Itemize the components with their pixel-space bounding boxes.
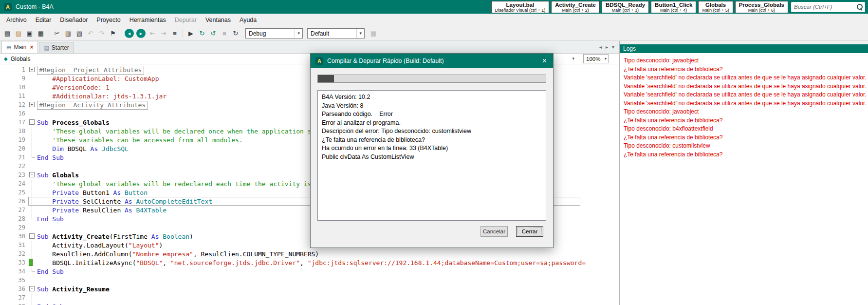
fold-collapse-icon[interactable]: -	[29, 119, 35, 125]
code-line[interactable]: 33 BDSQL.InitializeAsync("BDSQL", "net.s…	[0, 258, 619, 267]
module-filter-icon[interactable]: ▦	[368, 28, 379, 39]
compile-output-line: Error al analizar el programa.	[322, 119, 542, 128]
code-line[interactable]: 32 ResulClien.AddColumn("Nombre empresa"…	[0, 249, 619, 258]
search-icon[interactable]	[857, 4, 863, 10]
log-entry: Variable 'searchfield' no declarada se u…	[624, 99, 867, 108]
tab-starter[interactable]: ▤Starter	[39, 42, 74, 53]
line-number: 28	[0, 215, 28, 222]
fold-guide-line	[32, 188, 32, 197]
save-icon[interactable]: ▣	[24, 28, 35, 39]
tab-list-dropdown-icon[interactable]: ▾	[612, 44, 614, 50]
fold-guide-line	[32, 302, 32, 305]
close-tab-icon[interactable]: ×	[30, 44, 33, 51]
cut-icon[interactable]: ✂	[52, 28, 62, 39]
fold-margin: +	[28, 100, 37, 109]
quick-button-process-globals[interactable]: Process_GlobalsMain (ctrl + 6)	[735, 1, 788, 13]
stop-icon[interactable]: ■	[219, 28, 230, 39]
chevron-down-icon[interactable]: ▾	[605, 57, 608, 61]
line-number: 1	[0, 66, 28, 73]
line-number: 10	[0, 84, 28, 91]
indent-icon[interactable]: ⇥	[158, 28, 169, 39]
debug-mode-select[interactable]: Debug ▾	[245, 28, 303, 38]
fold-expand-icon[interactable]: +	[29, 102, 35, 107]
code-text: 'These variables can be accessed from al…	[37, 136, 243, 144]
scroll-tabs-left-icon[interactable]: ◂	[599, 44, 602, 50]
fold-guide-line	[32, 241, 32, 249]
menu-proyecto[interactable]: Proyecto	[92, 15, 125, 25]
fold-margin	[28, 276, 37, 285]
zoom-select[interactable]: 100% ▾	[583, 54, 609, 63]
quick-button-layout-bal[interactable]: Layout.balDiseñador Visual (ctrl + 1)	[491, 1, 550, 13]
menu-herramientas[interactable]: Herramientas	[125, 15, 170, 25]
copy-icon[interactable]: ▥	[63, 28, 74, 39]
line-number: 25	[0, 189, 28, 196]
redo-icon[interactable]: ↷	[96, 28, 107, 39]
scope-diamond-icon: ◆	[4, 56, 8, 61]
fold-margin	[28, 293, 37, 302]
scope-dropdown-arrow-icon[interactable]: ▾	[570, 55, 576, 62]
undo-icon[interactable]: ↶	[85, 28, 96, 39]
line-number: 21	[0, 154, 28, 161]
code-line[interactable]: 34End Sub	[0, 267, 619, 276]
quick-button-button1-click[interactable]: Button1_ClickMain (ctrl + 4)	[651, 1, 696, 13]
menu-ventanas[interactable]: Ventanas	[201, 15, 235, 25]
dialog-titlebar[interactable]: A Compilar & Depurar Rápido (Build: Defa…	[311, 54, 553, 68]
quick-button-subtitle: Main (ctrl + 5)	[702, 8, 729, 13]
code-text: #ApplicationLabel: CustomApp	[37, 75, 159, 82]
line-number: 35	[0, 277, 28, 284]
navigate-back-icon[interactable]: ◄	[125, 29, 134, 38]
quick-button-bdsql-ready[interactable]: BDSQL_ReadyMain (ctrl + 3)	[602, 1, 649, 13]
code-line[interactable]: 35	[0, 276, 619, 285]
paste-icon[interactable]: ▧	[74, 28, 85, 39]
dialog-close-icon[interactable]: ×	[541, 57, 548, 65]
scope-label[interactable]: Globals	[11, 56, 31, 62]
new-file-icon[interactable]: ▤	[2, 28, 13, 39]
outdent-icon[interactable]: ⇤	[147, 28, 158, 39]
chevron-down-icon[interactable]: ▾	[295, 29, 302, 38]
tab-main[interactable]: ▤Main×	[1, 41, 38, 53]
compile-progress-bar	[317, 75, 546, 83]
menu-editar[interactable]: Editar	[31, 15, 56, 25]
compile-output-line: B4A Versión: 10.2	[322, 93, 542, 102]
build-configuration-select[interactable]: Default ▾	[307, 28, 365, 38]
comment-icon[interactable]: ≡	[169, 28, 180, 39]
quick-button-title: Layout.bal	[495, 2, 546, 8]
fold-expand-icon[interactable]: +	[29, 67, 35, 72]
cancel-button[interactable]: Cancelar	[480, 226, 508, 237]
log-entry: Variable 'searchfield' no declarada se u…	[624, 82, 867, 91]
menu-ayuda[interactable]: Ayuda	[235, 15, 261, 25]
save-all-icon[interactable]: ▦	[36, 28, 46, 39]
search-box[interactable]	[791, 2, 865, 12]
bookmark-icon[interactable]: ⚑	[108, 28, 118, 39]
run-icon[interactable]: ▶	[185, 28, 196, 39]
line-number: 12	[0, 101, 28, 108]
quick-button-globals[interactable]: GlobalsMain (ctrl + 5)	[698, 1, 733, 13]
code-line[interactable]: 36-Sub Activity_Resume	[0, 285, 619, 293]
fold-margin	[28, 188, 37, 197]
code-text: #VersionCode: 1	[37, 84, 110, 91]
chevron-down-icon[interactable]: ▾	[356, 29, 364, 38]
menu-dise-ador[interactable]: Diseñador	[55, 15, 92, 25]
step-over-icon[interactable]: ↺	[208, 28, 219, 39]
search-input[interactable]	[794, 4, 857, 10]
open-project-icon[interactable]: ▨	[13, 28, 24, 39]
logs-header[interactable]: Logs	[620, 44, 868, 53]
menu-depurar[interactable]: Depurar	[170, 15, 201, 25]
fold-collapse-icon[interactable]: -	[29, 286, 35, 291]
code-line[interactable]: 38End Sub	[0, 302, 619, 305]
code-text: Dim BDSQL As JdbcSQL	[37, 145, 129, 152]
fold-margin	[28, 179, 37, 188]
close-button[interactable]: Cerrar	[516, 226, 543, 237]
step-into-icon[interactable]: ↻	[197, 28, 207, 39]
menu-archivo[interactable]: Archivo	[2, 15, 31, 25]
scroll-tabs-right-icon[interactable]: ▸	[606, 44, 608, 50]
fold-collapse-icon[interactable]: -	[29, 233, 35, 239]
code-line[interactable]: 37	[0, 293, 619, 302]
navigate-forward-icon[interactable]: ►	[136, 29, 146, 38]
quick-button-activity-create[interactable]: Activity_CreateMain (ctrl + 2)	[551, 1, 600, 13]
line-number: 17	[0, 119, 28, 126]
fold-collapse-icon[interactable]: -	[29, 172, 35, 177]
compile-output-box: B4A Versión: 10.2Java Versión: 8Parseand…	[317, 90, 546, 221]
clean-project-icon[interactable]: ↻	[230, 28, 241, 39]
quick-button-title: Activity_Create	[555, 2, 596, 8]
